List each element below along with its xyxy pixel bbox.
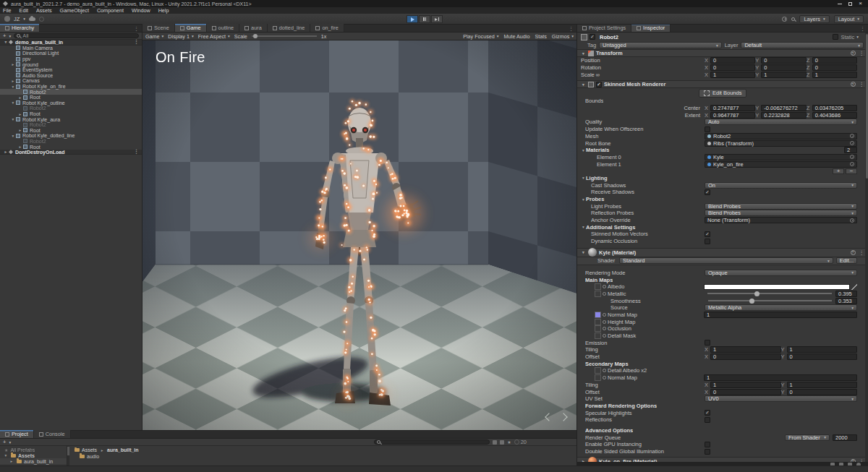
gizmos-dropdown[interactable]: Gizmos▾	[552, 33, 574, 40]
shader-edit-button[interactable]: Edit...	[836, 257, 857, 264]
tree-item-assets[interactable]: ▾Assets	[0, 452, 67, 458]
smr-row-lighting[interactable]: ▾Lighting	[577, 175, 868, 182]
hierarchy-item-robot-kyle-on-fire[interactable]: ▾Robot Kyle_on_fire	[0, 84, 142, 90]
next-arrow-icon[interactable]	[559, 413, 567, 421]
project-tree-scrollbar[interactable]	[67, 446, 69, 466]
checkbox-update-when-offscreen[interactable]	[705, 126, 710, 132]
close-icon[interactable]: ×	[859, 1, 862, 6]
value-field[interactable]: 0	[761, 64, 806, 71]
value-field[interactable]: 1	[761, 72, 806, 78]
remove-element-button[interactable]: −	[846, 168, 857, 174]
menu-gameobject[interactable]: GameObject	[60, 7, 89, 14]
active-checkbox[interactable]: ✓	[590, 34, 595, 40]
account-label[interactable]: JZ	[14, 16, 20, 22]
hierarchy-item-robot-kyle-outline[interactable]: ▾Robot Kyle_outline	[0, 100, 142, 106]
smr-row-materials[interactable]: ▾Materials2	[577, 147, 868, 154]
hierarchy-add-button[interactable]: +	[3, 33, 6, 39]
search-by-type-icon[interactable]	[493, 440, 497, 445]
object-field-element-1[interactable]: Kyle_on_fire	[705, 161, 857, 168]
shader-dropdown[interactable]: Standard▾	[619, 257, 833, 264]
hierarchy-item-ground[interactable]: ▸ground	[0, 61, 142, 67]
value-field[interactable]: 1	[704, 312, 857, 318]
value-field[interactable]: 0.2232828	[761, 112, 806, 119]
tree-item-aura-built-in[interactable]: ▸aura_built_in	[0, 458, 67, 464]
hierarchy-item-robot2[interactable]: Robot2	[0, 106, 142, 111]
hierarchy-item-root[interactable]: ▸Root	[0, 128, 142, 134]
value-field[interactable]: 0	[761, 57, 806, 64]
checkbox-skinned-motion-vectors[interactable]: ✓	[705, 231, 710, 237]
hierarchy-item-audio-source[interactable]: Audio Source	[0, 73, 142, 79]
slider-smoothness[interactable]	[708, 300, 832, 301]
favorite-star-icon[interactable]: ★	[507, 439, 511, 445]
smr-row-additional-settings[interactable]: ▾Additional Settings	[577, 223, 868, 231]
hierarchy-item-root[interactable]: ▸Root	[0, 111, 142, 117]
value-field[interactable]: 1	[710, 346, 781, 353]
value-field[interactable]: 0	[787, 389, 858, 395]
static-caret-icon[interactable]: ▾	[856, 35, 859, 39]
search-icon[interactable]	[791, 17, 795, 21]
checkbox-dynamic-occlusion[interactable]	[705, 239, 710, 244]
favorite-all-prefabs[interactable]: ★All Prefabs	[0, 447, 67, 452]
step-button[interactable]	[431, 15, 443, 23]
dropdown-cast-shadows[interactable]: On▾	[705, 182, 857, 189]
hierarchy-item-robot2[interactable]: Robot2	[0, 89, 142, 95]
value-field[interactable]: -0.006276272	[761, 105, 806, 111]
gameobject-name[interactable]: Robot2	[597, 34, 830, 40]
inspector-scrollbar[interactable]	[865, 33, 868, 466]
mute-audio-button[interactable]: Mute Audio	[504, 33, 530, 40]
game-viewport[interactable]: On Fire	[142, 40, 576, 430]
hierarchy-item-root[interactable]: ▸Root	[0, 95, 142, 100]
undo-history-icon[interactable]	[782, 17, 787, 22]
tab-aura[interactable]: aura	[239, 24, 268, 32]
hierarchy-item-demo-aura-built-in[interactable]: ▾demo_aura_built_in⋮	[0, 40, 142, 46]
slider-metallic[interactable]	[707, 293, 832, 294]
hierarchy-item-robot-kyle-aura[interactable]: ▾Robot Kyle_aura	[0, 116, 142, 122]
checkbox-emission[interactable]	[705, 340, 710, 346]
hierarchy-item-directional-light[interactable]: Directional Light	[0, 51, 142, 56]
tab-outline[interactable]: outline	[207, 24, 240, 32]
stats-button[interactable]: Stats	[535, 33, 546, 40]
value-field[interactable]: 0	[710, 64, 755, 71]
hierarchy-item-dontdestroyonload[interactable]: ▸DontDestroyOnLoad⋮	[0, 150, 142, 155]
hierarchy-item-eventsystem[interactable]: EventSystem	[0, 67, 142, 73]
skinned-mesh-renderer-header[interactable]: ▾ ✓ Skinned Mesh Renderer ?⋮	[577, 80, 868, 88]
dropdown-quality[interactable]: Auto▾	[705, 119, 857, 125]
maximize-icon[interactable]	[848, 2, 852, 6]
hierarchy-item-canvas[interactable]: ▸Canvas	[0, 78, 142, 84]
value-field[interactable]: 0	[812, 64, 857, 71]
add-element-button[interactable]: +	[833, 168, 844, 174]
object-field-root-bone[interactable]: Ribs (Transform)	[705, 140, 857, 147]
dropdown-rendering-mode[interactable]: Opaque▾	[705, 270, 857, 276]
value-field[interactable]: 0.9647787	[710, 112, 755, 119]
dropdown-uv-set[interactable]: UV0▾	[705, 395, 857, 402]
play-button[interactable]	[407, 15, 418, 23]
play-focused-dropdown[interactable]: Play Focused▾	[463, 33, 498, 40]
value-field[interactable]: 1	[710, 382, 781, 388]
checkbox-receive-shadows[interactable]: ✓	[705, 189, 710, 195]
value-field[interactable]: 0	[787, 353, 858, 360]
tab-dotted-line[interactable]: dotted_line	[268, 24, 311, 32]
tab-on-fire[interactable]: on_fire	[310, 24, 344, 32]
menu-file[interactable]: File	[3, 7, 12, 14]
value-field[interactable]: 1	[704, 374, 857, 381]
hierarchy-search-input[interactable]: All	[14, 33, 139, 39]
value-field[interactable]: 0.03476205	[812, 105, 857, 111]
object-field-anchor-override[interactable]: None (Transform)	[705, 217, 857, 223]
value-field[interactable]: 0.353	[835, 298, 857, 304]
hierarchy-item-robot2[interactable]: Robot2	[0, 122, 142, 128]
value-field[interactable]: 0.395	[835, 291, 857, 297]
edit-bounds-button[interactable]: Edit Bounds	[699, 89, 746, 98]
minimize-icon[interactable]	[838, 4, 842, 4]
layer-dropdown[interactable]: Default▾	[741, 42, 864, 48]
color-swatch-albedo[interactable]	[704, 284, 850, 290]
checkbox-reflections[interactable]	[705, 417, 710, 423]
breadcrumb-aura_built_in[interactable]: aura_built_in	[107, 447, 139, 452]
kyle-material-header[interactable]: ▾ Kyle (Material) ?⋮	[577, 248, 868, 257]
smr-enabled-checkbox[interactable]: ✓	[596, 82, 602, 87]
static-checkbox[interactable]	[833, 34, 838, 40]
asset-audio[interactable]: audio	[69, 453, 576, 459]
tab-hierarchy[interactable]: Hierarchy	[0, 24, 40, 32]
transform-header[interactable]: ▾ Transform ?⋮	[577, 49, 868, 57]
value-field[interactable]: 1	[812, 72, 857, 78]
value-field[interactable]: 0	[710, 57, 755, 64]
